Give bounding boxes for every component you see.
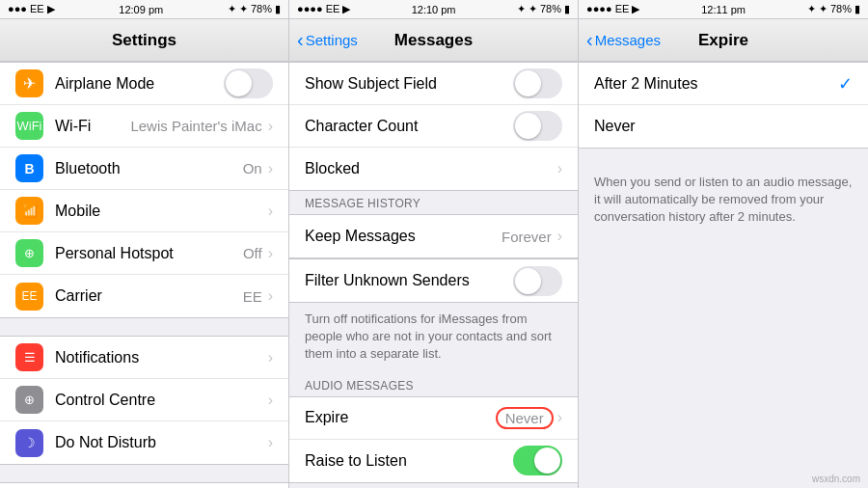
dnd-label: Do Not Disturb bbox=[55, 434, 268, 451]
nav-bar-mid: ‹ Settings Messages bbox=[289, 19, 578, 62]
char-count-toggle[interactable] bbox=[513, 111, 562, 141]
expire-panel: ●●●● EE ▶ 12:11 pm ✦ ✦ 78% ▮ ‹ Messages … bbox=[579, 0, 868, 488]
keep-messages-chevron: › bbox=[557, 228, 562, 245]
nav-bar-left: Settings bbox=[0, 19, 288, 62]
wifi-row[interactable]: WiFi Wi-Fi Lewis Painter's iMac › bbox=[0, 105, 288, 148]
after-2-min-row[interactable]: After 2 Minutes ✓ bbox=[579, 63, 868, 105]
control-row[interactable]: ⊕ Control Centre › bbox=[0, 379, 288, 421]
hotspot-icon: ⊕ bbox=[15, 239, 43, 267]
hotspot-chevron: › bbox=[268, 245, 273, 262]
control-icon: ⊕ bbox=[15, 386, 43, 414]
left-title: Settings bbox=[112, 31, 176, 50]
battery-right: ✦ ✦ 78% ▮ bbox=[807, 3, 860, 15]
status-bar-left: ●●● EE ▶ 12:09 pm ✦ ✦ 78% ▮ bbox=[0, 0, 288, 19]
settings-list: ✈ Airplane Mode WiFi Wi-Fi Lewis Painter… bbox=[0, 62, 288, 488]
carrier-label: Carrier bbox=[55, 287, 243, 305]
blocked-row[interactable]: Blocked › bbox=[289, 148, 578, 190]
history-group: Keep Messages Forever › bbox=[289, 214, 578, 258]
carrier-mid: ●●●● EE ▶ bbox=[297, 3, 350, 15]
bluetooth-value: On bbox=[243, 160, 262, 176]
show-subject-toggle[interactable] bbox=[513, 68, 562, 98]
char-count-row[interactable]: Character Count bbox=[289, 105, 578, 148]
general-row[interactable]: ⚙ General › bbox=[0, 483, 288, 488]
raise-listen-toggle[interactable] bbox=[513, 446, 562, 475]
airplane-toggle[interactable] bbox=[224, 68, 273, 98]
control-label: Control Centre bbox=[55, 392, 268, 409]
back-chevron-mid: ‹ bbox=[297, 30, 304, 49]
show-subject-row[interactable]: Show Subject Field bbox=[289, 63, 578, 105]
audio-expire-value[interactable]: Never bbox=[496, 407, 554, 429]
keep-messages-label: Keep Messages bbox=[305, 228, 502, 245]
never-row[interactable]: Never bbox=[579, 105, 868, 148]
filter-row[interactable]: Filter Unknown Senders bbox=[289, 259, 578, 302]
status-bar-mid: ●●●● EE ▶ 12:10 pm ✦ ✦ 78% ▮ bbox=[289, 0, 578, 19]
back-chevron-right: ‹ bbox=[586, 30, 593, 49]
blocked-chevron: › bbox=[557, 160, 562, 177]
right-title: Expire bbox=[698, 31, 748, 50]
carrier-row[interactable]: EE Carrier EE › bbox=[0, 275, 288, 317]
audio-expire-row[interactable]: Expire Never › bbox=[289, 397, 578, 440]
never-label: Never bbox=[594, 118, 853, 135]
mobile-label: Mobile bbox=[55, 203, 268, 220]
network-group: ✈ Airplane Mode WiFi Wi-Fi Lewis Painter… bbox=[0, 62, 288, 318]
messages-top-group: Show Subject Field Character Count Block… bbox=[289, 62, 578, 191]
back-to-settings[interactable]: ‹ Settings bbox=[297, 32, 358, 49]
filter-toggle[interactable] bbox=[513, 266, 562, 296]
hotspot-label: Personal Hotspot bbox=[55, 245, 243, 262]
audio-description: Raise to Listen allows you to quickly li… bbox=[289, 483, 578, 488]
mobile-chevron: › bbox=[268, 203, 273, 220]
keep-messages-row[interactable]: Keep Messages Forever › bbox=[289, 215, 578, 258]
bluetooth-row[interactable]: B Bluetooth On › bbox=[0, 148, 288, 190]
raise-listen-row[interactable]: Raise to Listen bbox=[289, 440, 578, 482]
audio-expire-label: Expire bbox=[305, 409, 496, 426]
control-chevron: › bbox=[268, 392, 273, 409]
airplane-label: Airplane Mode bbox=[55, 75, 224, 93]
show-subject-label: Show Subject Field bbox=[305, 75, 513, 93]
after-2-min-check: ✓ bbox=[838, 73, 853, 95]
dnd-icon: ☽ bbox=[15, 429, 43, 457]
hotspot-row[interactable]: ⊕ Personal Hotspot Off › bbox=[0, 232, 288, 275]
history-header: MESSAGE HISTORY bbox=[289, 191, 578, 214]
filter-description: Turn off notifications for iMessages fro… bbox=[289, 303, 578, 373]
carrier-icon: EE bbox=[15, 283, 43, 311]
settings-panel: ●●● EE ▶ 12:09 pm ✦ ✦ 78% ▮ Settings ✈ A… bbox=[0, 0, 289, 488]
battery-left: ✦ ✦ 78% ▮ bbox=[228, 3, 281, 15]
wifi-chevron: › bbox=[268, 118, 273, 135]
notifications-icon: ☰ bbox=[15, 343, 43, 371]
wifi-label: Wi-Fi bbox=[55, 118, 130, 135]
back-to-messages[interactable]: ‹ Messages bbox=[586, 32, 661, 49]
dnd-row[interactable]: ☽ Do Not Disturb › bbox=[0, 421, 288, 464]
char-count-label: Character Count bbox=[305, 118, 513, 135]
wifi-value: Lewis Painter's iMac bbox=[130, 118, 261, 134]
carrier-value: EE bbox=[243, 288, 262, 305]
notifications-label: Notifications bbox=[55, 349, 268, 366]
airplane-icon: ✈ bbox=[15, 69, 43, 97]
battery-mid: ✦ ✦ 78% ▮ bbox=[517, 3, 570, 15]
time-mid: 12:10 pm bbox=[412, 4, 456, 15]
audio-group: Expire Never › Raise to Listen bbox=[289, 396, 578, 483]
back-label-mid: Settings bbox=[306, 32, 358, 48]
expire-description: When you send or listen to an audio mess… bbox=[579, 166, 868, 236]
time-right: 12:11 pm bbox=[701, 4, 746, 15]
notifications-row[interactable]: ☰ Notifications › bbox=[0, 337, 288, 379]
after-2-min-label: After 2 Minutes bbox=[594, 75, 838, 93]
hotspot-value: Off bbox=[243, 245, 262, 261]
bluetooth-icon: B bbox=[15, 154, 43, 182]
wifi-icon: WiFi bbox=[15, 112, 43, 140]
keep-messages-value: Forever bbox=[502, 229, 552, 245]
carrier-chevron: › bbox=[268, 287, 273, 305]
expire-list: After 2 Minutes ✓ Never When you send or… bbox=[579, 62, 868, 488]
nav-bar-right: ‹ Messages Expire bbox=[579, 19, 868, 62]
messages-list: Show Subject Field Character Count Block… bbox=[289, 62, 578, 488]
mobile-icon: 📶 bbox=[15, 197, 43, 225]
messages-panel: ●●●● EE ▶ 12:10 pm ✦ ✦ 78% ▮ ‹ Settings … bbox=[289, 0, 579, 488]
expire-options-group: After 2 Minutes ✓ Never bbox=[579, 62, 868, 149]
status-bar-right: ●●●● EE ▶ 12:11 pm ✦ ✦ 78% ▮ bbox=[579, 0, 868, 19]
system-group: ☰ Notifications › ⊕ Control Centre › ☽ D… bbox=[0, 336, 288, 465]
mobile-row[interactable]: 📶 Mobile › bbox=[0, 190, 288, 232]
audio-expire-chevron: › bbox=[557, 409, 562, 426]
airplane-row[interactable]: ✈ Airplane Mode bbox=[0, 63, 288, 105]
blocked-label: Blocked bbox=[305, 160, 557, 177]
filter-group: Filter Unknown Senders bbox=[289, 258, 578, 303]
back-label-right: Messages bbox=[595, 32, 661, 48]
